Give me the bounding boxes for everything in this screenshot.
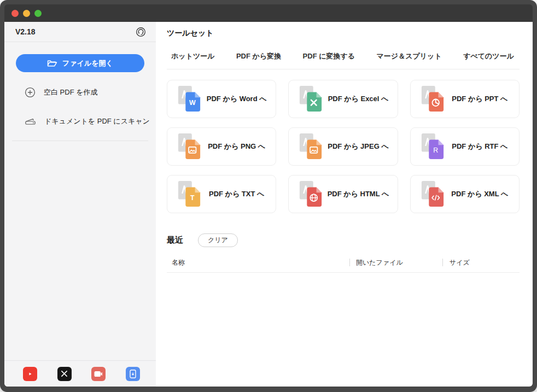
tab-hot-tools[interactable]: ホットツール (171, 51, 215, 61)
page-title: ツールセット (167, 28, 520, 38)
sidebar-divider (12, 141, 148, 141)
tool-card-label: PDF から RTF へ (445, 142, 515, 151)
tabs-divider (167, 69, 520, 69)
tool-card-label: PDF から Excel へ (323, 94, 393, 104)
sidebar-item-label: ドキュメントを PDF にスキャン (44, 116, 150, 126)
pdf-to-word-icon: W (177, 85, 202, 113)
open-folder-icon (47, 59, 57, 67)
tab-convert-from-pdf[interactable]: PDF から変換 (236, 51, 281, 61)
tool-card-pdf-to-rtf[interactable]: R PDF から RTF へ (410, 127, 520, 166)
recent-section-header: 最近 クリア (167, 233, 520, 247)
open-file-button[interactable]: ファイルを開く (16, 54, 144, 72)
column-header-size: サイズ (443, 258, 520, 267)
tool-tabs: ホットツール PDF から変換 PDF に変換する マージ＆スプリット すべての… (167, 51, 520, 61)
recent-title: 最近 (167, 235, 183, 245)
tool-card-label: PDF から TXT へ (202, 189, 271, 199)
circle-plus-icon (25, 87, 36, 98)
pdf-to-txt-icon: T (177, 180, 202, 208)
pdf-to-html-icon (298, 180, 323, 208)
svg-text:W: W (189, 99, 196, 107)
video-icon[interactable] (91, 367, 106, 381)
sidebar-footer (4, 360, 156, 387)
tool-card-pdf-to-jpeg[interactable]: PDF から JPEG へ (288, 127, 398, 166)
tab-merge-split[interactable]: マージ＆スプリット (377, 51, 442, 61)
youtube-icon[interactable] (23, 367, 37, 381)
pdf-to-xml-icon (420, 180, 445, 208)
pdf-to-excel-icon (298, 85, 323, 113)
tab-convert-to-pdf[interactable]: PDF に変換する (303, 51, 355, 61)
minimize-button[interactable] (23, 10, 30, 17)
sidebar-item-create-blank-pdf[interactable]: 空白 PDF を作成 (4, 87, 156, 98)
zoom-button[interactable] (34, 10, 42, 17)
window-frame: V2.18 ファイルを開く (0, 0, 537, 392)
svg-text:T: T (190, 194, 195, 202)
tab-all-tools[interactable]: すべてのツール (463, 51, 514, 61)
open-file-label: ファイルを開く (62, 58, 113, 68)
close-button[interactable] (11, 10, 19, 17)
recent-table-header: 名称 開いたファイル サイズ (167, 256, 520, 273)
tool-card-grid: W PDF から Word へ PDF から Excel へ (167, 80, 520, 213)
support-headset-icon[interactable] (136, 27, 146, 37)
tool-card-label: PDF から PPT へ (445, 94, 515, 104)
main-panel: ツールセット ホットツール PDF から変換 PDF に変換する マージ＆スプリ… (156, 22, 533, 387)
clear-recent-button[interactable]: クリア (198, 233, 238, 247)
tool-card-pdf-to-png[interactable]: PDF から PNG へ (167, 127, 276, 166)
sidebar: V2.18 ファイルを開く (4, 22, 156, 387)
tool-card-pdf-to-txt[interactable]: T PDF から TXT へ (167, 175, 276, 213)
x-twitter-icon[interactable] (57, 367, 72, 381)
tool-card-label: PDF から JPEG へ (323, 142, 393, 151)
pdf-to-png-icon (177, 132, 202, 161)
recent-table-body (167, 273, 520, 387)
tool-card-label: PDF から Word へ (202, 94, 271, 104)
sidebar-item-scan-to-pdf[interactable]: ドキュメントを PDF にスキャン (4, 116, 156, 126)
tool-card-pdf-to-xml[interactable]: PDF から XML へ (410, 175, 520, 213)
tool-card-pdf-to-html[interactable]: PDF から HTML へ (288, 175, 398, 213)
tool-card-pdf-to-ppt[interactable]: PDF から PPT へ (410, 80, 520, 118)
column-header-name: 名称 (167, 258, 349, 267)
pdf-to-rtf-icon: R (420, 132, 445, 161)
scanner-icon (25, 116, 36, 126)
titlebar (4, 4, 533, 22)
tool-card-pdf-to-word[interactable]: W PDF から Word へ (167, 80, 276, 118)
mobile-app-icon[interactable] (126, 367, 140, 381)
tool-card-label: PDF から XML へ (445, 189, 515, 199)
pdf-to-jpeg-icon (298, 132, 323, 161)
tool-card-label: PDF から PNG へ (202, 142, 271, 151)
svg-text:R: R (433, 147, 438, 154)
tool-card-pdf-to-excel[interactable]: PDF から Excel へ (288, 80, 398, 118)
version-label: V2.18 (15, 27, 36, 36)
sidebar-item-label: 空白 PDF を作成 (44, 87, 98, 97)
column-header-opened-file: 開いたファイル (350, 258, 442, 267)
tool-card-label: PDF から HTML へ (323, 189, 393, 199)
pdf-to-ppt-icon (420, 85, 445, 113)
sidebar-header: V2.18 (4, 22, 156, 42)
